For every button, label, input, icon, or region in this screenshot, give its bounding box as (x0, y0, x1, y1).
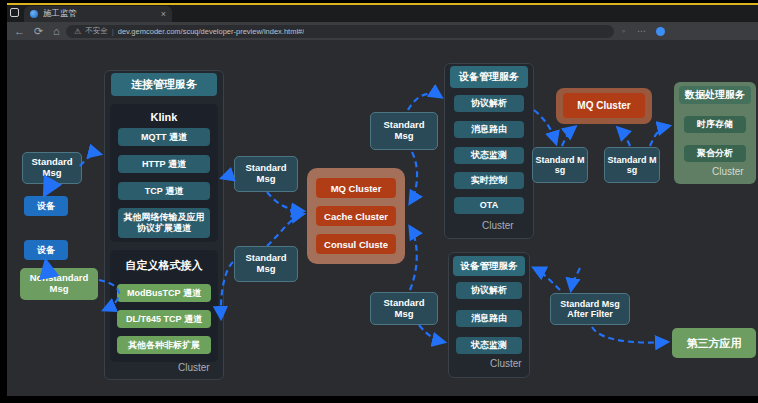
node-device-top: 设备 (24, 196, 68, 216)
cache-cluster-item: Cache Cluster (316, 206, 396, 226)
screen-bezel (0, 0, 7, 403)
node-standard-msg-left: Standard Msg (22, 152, 82, 184)
channel-modbus: ModBusTCP 通道 (117, 284, 211, 302)
ds-top-protocol: 协议解析 (454, 95, 524, 112)
ds-bot-routing: 消息路由 (456, 310, 522, 327)
data-service-cluster-label: Cluster (712, 166, 744, 177)
menu-icon[interactable]: ⋯ (637, 26, 646, 36)
ds-top-routing: 消息路由 (454, 121, 524, 138)
reload-icon[interactable]: ⟳ (34, 24, 43, 38)
diagram-canvas: Standard Msg 设备 设备 Nonstandard Msg 连接管理服… (0, 40, 758, 396)
ds-top-realtime: 实时控制 (454, 172, 524, 189)
tab-close-icon[interactable]: × (161, 10, 166, 19)
window-accent-line (0, 3, 758, 5)
ds-bot-status: 状态监测 (456, 337, 522, 354)
navigation-bar: ← ⟳ ⌂ ⚠ 不安全 | dev.gemcoder.com/scuq/deve… (0, 22, 758, 40)
mq-cluster-item: MQ Cluster (316, 178, 396, 198)
data-service-title: 数据处理服务 (679, 86, 751, 104)
channel-http: HTTP 通道 (118, 155, 210, 173)
node-standard-msg-relay-bottom: Standard Msg (234, 246, 298, 282)
tab-strip: 施工监管 × (0, 5, 758, 22)
ds-bot-protocol: 协议解析 (456, 282, 522, 299)
klink-title: Klink (110, 111, 218, 123)
profile-avatar[interactable] (656, 27, 665, 36)
data-aggregation: 聚合分析 (684, 145, 746, 162)
node-device-bottom: 设备 (24, 240, 68, 260)
node-nonstandard-msg: Nonstandard Msg (20, 268, 98, 300)
ds-top-ota: OTA (454, 197, 524, 214)
channel-nonstd-ext: 其他各种非标扩展 (117, 336, 211, 354)
extensions-icon[interactable]: ◦ (622, 26, 625, 36)
channel-mqtt: MQTT 通道 (118, 128, 210, 146)
back-icon[interactable]: ← (14, 24, 25, 38)
node-third-party-app: 第三方应用 (672, 328, 756, 358)
channel-tcp: TCP 通道 (118, 182, 210, 200)
device-service-top-title: 设备管理服务 (450, 66, 528, 88)
node-standard-msg-b: Standard Msg (604, 147, 660, 183)
device-service-bottom-cluster-label: Cluster (490, 358, 522, 369)
browser-window: 施工监管 × ← ⟳ ⌂ ⚠ 不安全 | dev.gemcoder.com/sc… (0, 0, 756, 397)
not-secure-icon: ⚠ (74, 27, 81, 36)
node-standard-msg-after-filter: Standard Msg After Filter (550, 293, 630, 325)
home-icon[interactable]: ⌂ (53, 24, 60, 38)
node-standard-msg-gateway-bottom: Standard Msg (370, 292, 438, 325)
node-standard-msg-gateway-top: Standard Msg (370, 112, 438, 150)
channel-other: 其他网络传输及应用协议扩展通道 (118, 208, 210, 238)
device-service-bottom-title: 设备管理服务 (453, 256, 525, 276)
device-service-top-cluster-label: Cluster (482, 220, 514, 231)
node-standard-msg-a: Standard Msg (532, 147, 588, 183)
tab-search-icon[interactable] (10, 8, 19, 17)
url-separator: | (112, 27, 114, 36)
address-bar[interactable]: ⚠ 不安全 | dev.gemcoder.com/scuq/developer-… (66, 25, 614, 38)
channel-dlt645: DL/T645 TCP 通道 (117, 310, 211, 328)
tab-title: 施工监管 (43, 8, 156, 20)
connection-service-title: 连接管理服务 (111, 73, 217, 96)
url-text: dev.gemcoder.com/scuq/developer-preview/… (118, 27, 305, 36)
data-timeseries: 时序存储 (684, 116, 746, 133)
tab-favicon-icon (30, 10, 38, 18)
browser-tab[interactable]: 施工监管 × (24, 6, 172, 22)
custom-format-title: 自定义格式接入 (110, 258, 218, 273)
consul-cluster-item: Consul Cluste (316, 234, 396, 254)
ds-top-status: 状态监测 (454, 147, 524, 164)
connection-cluster-label: Cluster (178, 362, 210, 373)
node-standard-msg-relay-top: Standard Msg (234, 156, 298, 192)
mq-cluster-top: MQ Cluster (563, 93, 645, 118)
not-secure-label: 不安全 (85, 26, 108, 36)
